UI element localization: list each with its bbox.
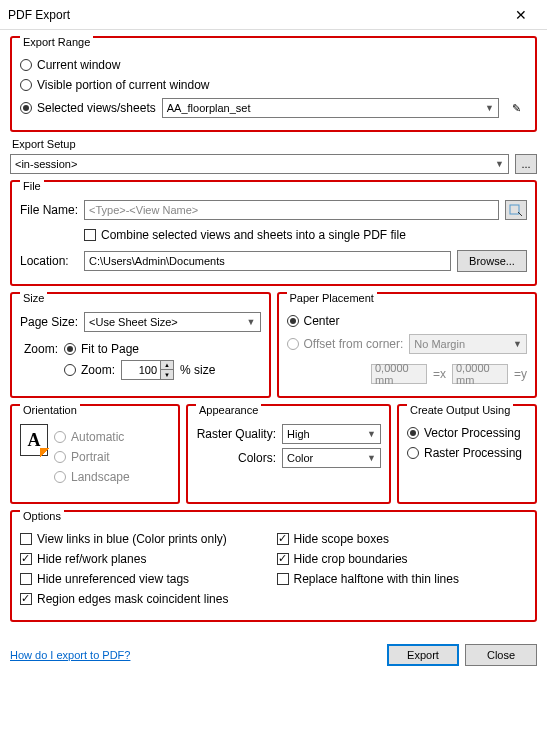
window-title: PDF Export xyxy=(8,8,70,22)
radio-selected-views[interactable]: Selected views/sheets xyxy=(20,101,156,115)
combine-checkbox[interactable]: Combine selected views and sheets into a… xyxy=(84,228,406,242)
colors-label: Colors: xyxy=(196,451,276,465)
orientation-legend: Orientation xyxy=(20,404,80,416)
radio-fit-to-page[interactable]: Fit to Page xyxy=(64,342,139,356)
location-input[interactable]: C:\Users\Admin\Documents xyxy=(84,251,451,271)
chevron-down-icon: ▼ xyxy=(367,453,376,463)
radio-visible-portion[interactable]: Visible portion of current window xyxy=(20,78,527,92)
radio-icon xyxy=(64,343,76,355)
location-value: C:\Users\Admin\Documents xyxy=(89,255,225,267)
check-hide-unref[interactable]: Hide unreferenced view tags xyxy=(20,572,271,586)
radio-icon xyxy=(407,447,419,459)
svg-rect-0 xyxy=(510,205,519,214)
eq-y: =y xyxy=(514,367,527,381)
radio-center[interactable]: Center xyxy=(287,314,528,328)
help-link[interactable]: How do I export to PDF? xyxy=(10,649,130,661)
check-hide-scope[interactable]: Hide scope boxes xyxy=(277,532,528,546)
file-name-label: File Name: xyxy=(20,203,78,217)
checkbox-icon xyxy=(84,229,96,241)
radio-icon xyxy=(20,79,32,91)
checkbox-label: Region edges mask coincident lines xyxy=(37,592,228,606)
export-setup-select[interactable]: <in-session> ▼ xyxy=(10,154,509,174)
raster-quality-select[interactable]: High ▼ xyxy=(282,424,381,444)
paper-legend: Paper Placement xyxy=(287,292,377,304)
radio-icon xyxy=(287,338,299,350)
checkbox-label: Combine selected views and sheets into a… xyxy=(101,228,406,242)
radio-icon xyxy=(54,471,66,483)
appearance-legend: Appearance xyxy=(196,404,261,416)
file-name-input[interactable]: <Type>-<View Name> xyxy=(84,200,499,220)
checkbox-label: Replace halftone with thin lines xyxy=(294,572,459,586)
checkbox-label: View links in blue (Color prints only) xyxy=(37,532,227,546)
select-value: <in-session> xyxy=(15,158,77,170)
radio-label: Selected views/sheets xyxy=(37,101,156,115)
edit-pencil-icon[interactable]: ✎ xyxy=(505,98,527,118)
setup-options-button[interactable]: ... xyxy=(515,154,537,174)
checkbox-icon xyxy=(277,573,289,585)
checkbox-label: Hide unreferenced view tags xyxy=(37,572,189,586)
size-group: Size Page Size: <Use Sheet Size> ▼ Zoom:… xyxy=(10,292,271,398)
close-icon[interactable]: ✕ xyxy=(503,1,539,29)
export-button[interactable]: Export xyxy=(387,644,459,666)
checkbox-label: Hide ref/work planes xyxy=(37,552,146,566)
zoom-value: 100 xyxy=(121,360,161,380)
export-range-legend: Export Range xyxy=(20,36,93,48)
close-button[interactable]: Close xyxy=(465,644,537,666)
radio-landscape: Landscape xyxy=(54,470,170,484)
page-size-select[interactable]: <Use Sheet Size> ▼ xyxy=(84,312,260,332)
radio-label: Center xyxy=(304,314,340,328)
radio-auto: Automatic xyxy=(54,430,170,444)
size-legend: Size xyxy=(20,292,47,304)
select-value: Color xyxy=(287,452,313,464)
checkbox-icon xyxy=(20,573,32,585)
views-set-select[interactable]: AA_floorplan_set ▼ xyxy=(162,98,499,118)
radio-icon xyxy=(54,451,66,463)
checkbox-icon xyxy=(20,593,32,605)
radio-icon xyxy=(64,364,76,376)
radio-zoom-pct[interactable]: Zoom: xyxy=(64,363,115,377)
file-name-config-icon[interactable] xyxy=(505,200,527,220)
check-replace-halftone[interactable]: Replace halftone with thin lines xyxy=(277,572,528,586)
check-hide-ref[interactable]: Hide ref/work planes xyxy=(20,552,271,566)
zoom-label: Zoom: xyxy=(20,342,58,356)
output-legend: Create Output Using xyxy=(407,404,513,416)
offset-x-input: 0,0000 mm xyxy=(371,364,427,384)
check-region-edges[interactable]: Region edges mask coincident lines xyxy=(20,592,271,606)
radio-offset[interactable]: Offset from corner: xyxy=(287,337,404,351)
radio-current-window[interactable]: Current window xyxy=(20,58,527,72)
radio-label: Visible portion of current window xyxy=(37,78,210,92)
browse-button[interactable]: Browse... xyxy=(457,250,527,272)
checkbox-icon xyxy=(277,533,289,545)
export-setup-label: Export Setup xyxy=(12,138,537,150)
radio-raster[interactable]: Raster Processing xyxy=(407,446,527,460)
options-group: Options View links in blue (Color prints… xyxy=(10,510,537,622)
options-legend: Options xyxy=(20,510,64,522)
radio-vector[interactable]: Vector Processing xyxy=(407,426,527,440)
checkbox-icon xyxy=(277,553,289,565)
spinner-arrows[interactable]: ▲▼ xyxy=(160,360,174,380)
appearance-group: Appearance Raster Quality: High ▼ Colors… xyxy=(186,404,391,504)
raster-quality-label: Raster Quality: xyxy=(196,427,276,441)
zoom-spinner[interactable]: 100 ▲▼ xyxy=(121,360,174,380)
file-name-placeholder: <Type>-<View Name> xyxy=(89,204,198,216)
check-view-links[interactable]: View links in blue (Color prints only) xyxy=(20,532,271,546)
output-group: Create Output Using Vector Processing Ra… xyxy=(397,404,537,504)
radio-label: Zoom: xyxy=(81,363,115,377)
radio-label: Vector Processing xyxy=(424,426,521,440)
chevron-down-icon: ▼ xyxy=(485,103,494,113)
orientation-icon: A xyxy=(20,424,48,456)
offset-y-input: 0,0000 mm xyxy=(452,364,508,384)
check-hide-crop[interactable]: Hide crop boundaries xyxy=(277,552,528,566)
checkbox-label: Hide crop boundaries xyxy=(294,552,408,566)
radio-icon xyxy=(54,431,66,443)
select-value: AA_floorplan_set xyxy=(167,102,251,114)
radio-label: Current window xyxy=(37,58,120,72)
radio-label: Fit to Page xyxy=(81,342,139,356)
radio-label: Raster Processing xyxy=(424,446,522,460)
chevron-down-icon: ▼ xyxy=(247,317,256,327)
chevron-down-icon: ▼ xyxy=(495,159,504,169)
radio-icon xyxy=(20,59,32,71)
orientation-group: Orientation A Automatic Portrait Landsca… xyxy=(10,404,180,504)
file-group: File File Name: <Type>-<View Name> Combi… xyxy=(10,180,537,286)
colors-select[interactable]: Color ▼ xyxy=(282,448,381,468)
